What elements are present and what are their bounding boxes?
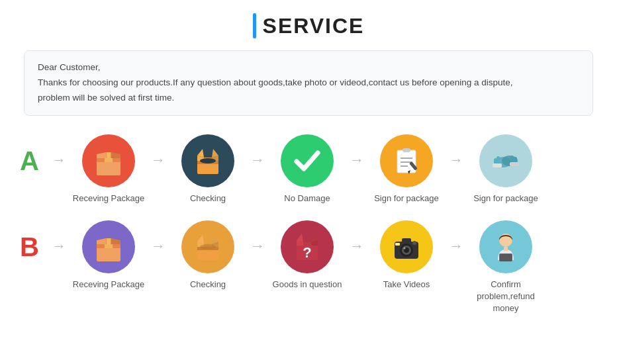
- arrow-a1: →: [148, 152, 168, 169]
- row-letter-a: A: [20, 146, 49, 176]
- icon-package-open-teal: [181, 134, 234, 187]
- icon-package-purple: [82, 220, 135, 273]
- flow-row-b: B → Receving Package →: [20, 220, 597, 315]
- svg-point-35: [404, 248, 406, 250]
- icon-sign-yellow: [380, 134, 433, 187]
- step-b1: Receving Package: [69, 220, 148, 291]
- svg-point-28: [200, 244, 216, 250]
- svg-rect-2: [107, 152, 111, 158]
- svg-rect-36: [402, 238, 411, 243]
- step-a2: Checking: [168, 134, 248, 205]
- svg-point-6: [200, 158, 216, 163]
- title-section: SERVICE: [253, 13, 365, 38]
- notice-line3: problem will be solved at first time.: [38, 91, 579, 106]
- label-a1: Receving Package: [73, 193, 144, 205]
- arrow-b0: →: [49, 238, 69, 255]
- notice-box: Dear Customer, Thanks for choosing our p…: [24, 50, 593, 116]
- icon-question-red: ?: [281, 220, 334, 273]
- arrow-a4: →: [446, 152, 466, 169]
- notice-line1: Dear Customer,: [38, 60, 579, 75]
- label-a2: Checking: [190, 193, 226, 205]
- svg-rect-24: [107, 238, 111, 244]
- icon-camera-yellow: [380, 220, 433, 273]
- step-a4: Sign for package: [367, 134, 446, 205]
- arrow-b2: →: [248, 238, 267, 255]
- step-b2: Checking: [168, 220, 248, 291]
- icon-handshake-blue: [479, 134, 532, 187]
- svg-text:?: ?: [303, 244, 311, 261]
- svg-rect-25: [105, 244, 113, 248]
- label-b3: Goods in question: [273, 279, 342, 291]
- icon-person-sky: [479, 220, 532, 273]
- label-a5: Sign for package: [473, 193, 538, 205]
- step-a5: Sign for package: [466, 134, 546, 205]
- title-bar: [253, 13, 256, 38]
- icon-checkmark-green: [281, 134, 334, 187]
- svg-rect-42: [500, 254, 512, 260]
- flow-row-a: A → Receving Package →: [20, 134, 597, 205]
- page-title: SERVICE: [263, 14, 365, 38]
- row-letter-b: B: [20, 232, 49, 262]
- icon-package-orange-red: [82, 134, 135, 187]
- svg-rect-20: [493, 163, 502, 167]
- step-b3: ? Goods in question: [267, 220, 347, 291]
- arrow-a3: →: [347, 152, 367, 169]
- notice-line2: Thanks for choosing our products.If any …: [38, 75, 579, 91]
- svg-rect-21: [510, 162, 519, 166]
- label-a3: No Damage: [284, 193, 330, 205]
- svg-rect-40: [504, 247, 508, 251]
- arrow-b3: →: [347, 238, 367, 255]
- arrow-a0: →: [49, 152, 69, 169]
- step-b5: Confirm problem,refundmoney: [466, 220, 546, 315]
- arrow-b4: →: [446, 238, 466, 255]
- label-b2: Checking: [190, 279, 226, 291]
- svg-rect-3: [105, 158, 113, 162]
- label-b1: Receving Package: [73, 279, 144, 291]
- step-a1: Receving Package: [69, 134, 148, 205]
- arrow-a2: →: [248, 152, 267, 169]
- svg-rect-37: [395, 243, 400, 246]
- label-b4: Take Videos: [383, 279, 430, 291]
- svg-rect-17: [497, 156, 500, 164]
- svg-point-38: [412, 241, 416, 245]
- label-a4: Sign for package: [374, 193, 439, 205]
- icon-package-open-orange: [181, 220, 234, 273]
- svg-rect-8: [403, 148, 410, 152]
- step-a3: No Damage: [267, 134, 347, 205]
- label-b5: Confirm problem,refundmoney: [466, 279, 546, 315]
- step-b4: Take Videos: [367, 220, 446, 291]
- arrow-b1: →: [148, 238, 168, 255]
